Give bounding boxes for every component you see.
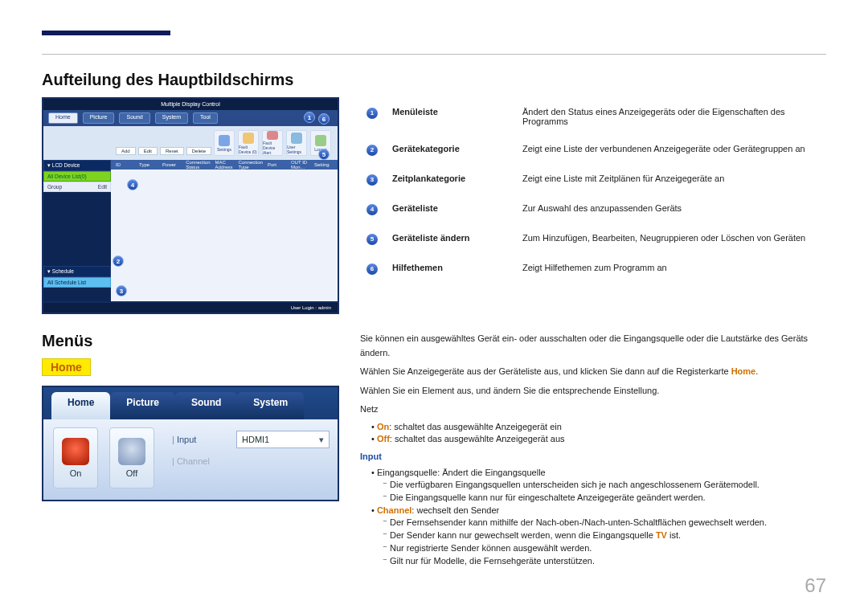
mock2-tab-system: System [237, 392, 304, 419]
power-on-icon [62, 438, 89, 465]
left-col-2: Menüs Home Home Picture Sound System On … [42, 332, 339, 569]
channel-row: | Channel [172, 456, 330, 466]
legend-label: Menüleiste [387, 99, 516, 134]
side-schedlist: All Schedule List [43, 277, 111, 288]
mock1-tab-tool: Tool [193, 112, 218, 124]
mock2-tab-sound: Sound [175, 392, 237, 419]
list-item: Die Eingangsquelle kann nur für eingesch… [383, 492, 826, 503]
legend-label: Geräteliste ändern [387, 225, 516, 253]
callout-1: 1 [304, 112, 315, 123]
toolbtn-settings: Settings [214, 130, 235, 156]
screenshot-home: Home Picture Sound System On Off | Input… [42, 386, 339, 501]
legend-row: 1MenüleisteÄndert den Status eines Anzei… [362, 99, 825, 134]
list-item: On: schaltet das ausgewählte Anzeigegerä… [371, 422, 826, 431]
legend-desc: Zeigt eine Liste der verbundenen Anzeige… [518, 136, 825, 164]
callout-6: 6 [318, 113, 330, 125]
para: Wählen Sie Anzeigegeräte aus der Gerätel… [360, 365, 826, 379]
list-item: Die verfügbaren Eingangsquellen untersch… [383, 480, 826, 490]
channel-sublist: Der Fernsehsender kann mithilfe der Nach… [360, 517, 826, 566]
mock2-tab-home: Home [51, 392, 110, 419]
callout-5: 5 [318, 149, 330, 160]
para: Sie können ein ausgewähltes Gerät ein- o… [360, 332, 826, 360]
legend-label: Geräteliste [387, 195, 516, 223]
callout-2: 2 [113, 255, 124, 267]
mcbtn-add: Add [116, 147, 136, 155]
mock1-tblhdr: ID Type Power Connection Status MAC Addr… [111, 160, 338, 170]
netz-label: Netz [360, 403, 826, 417]
legend-label: Hilfethemen [387, 255, 516, 283]
legend-row: 4GerätelisteZur Auswahl des anzupassende… [362, 195, 825, 223]
list-item: Gilt nur für Modelle, die Fernsehgeräte … [383, 556, 826, 566]
list-item: Der Fernsehsender kann mithilfe der Nach… [383, 517, 826, 528]
mock1-tab-sound: Sound [119, 112, 149, 124]
heading-menus: Menüs [42, 332, 339, 350]
header-rule [42, 31, 170, 35]
list-item: Nur registrierte Sender können ausgewähl… [383, 543, 826, 554]
list-item: Eingangsquelle: Ändert die Eingangsquell… [371, 468, 826, 477]
channel-label: | Channel [172, 456, 228, 466]
row-2: Menüs Home Home Picture Sound System On … [42, 332, 826, 569]
legend-desc: Zeigt eine Liste mit Zeitplänen für Anze… [518, 166, 825, 194]
heading-main: Aufteilung des Hauptbildschirms [42, 71, 826, 89]
legend-label: Zeitplankategorie [387, 166, 516, 194]
power-on-button: On [53, 427, 98, 488]
input-label: | Input [172, 435, 228, 444]
toolbtn-fault: Fault Device (0) [238, 130, 259, 156]
side-lcd: ▾ LCD Device [43, 160, 111, 171]
mock2-tabs: Home Picture Sound System [43, 387, 338, 419]
mock2-power: On Off [43, 419, 164, 500]
toolbtn-fault-alert: Fault Device Alert [262, 130, 283, 156]
home-tag: Home [42, 358, 91, 376]
legend-desc: Zum Hinzufügen, Bearbeiten, Neugruppiere… [518, 225, 825, 253]
mock1-side: ▾ LCD Device All Device List(0) GroupEdi… [43, 160, 111, 301]
side-sched: ▾ Schedule [43, 266, 111, 277]
para: Wählen Sie ein Element aus, und ändern S… [360, 384, 826, 398]
mock2-body: On Off | Input HDMI1▾ | Channel [43, 419, 338, 500]
legend-desc: Zeigt Hilfethemen zum Programm an [518, 255, 825, 283]
side-group: GroupEdit [43, 182, 111, 192]
channel-list: Channel: wechselt den Sender [360, 505, 826, 515]
legend-desc: Zur Auswahl des anzupassenden Geräts [518, 195, 825, 223]
mock2-fields: | Input HDMI1▾ | Channel [164, 419, 338, 500]
netz-list: On: schaltet das ausgewählte Anzeigegerä… [360, 422, 826, 443]
callout-4: 4 [127, 179, 138, 190]
screenshot-main: Multiple Display Control Home Picture So… [42, 97, 339, 314]
page-number: 67 [805, 574, 826, 597]
list-item: Channel: wechselt den Sender [371, 505, 826, 515]
row-1: Multiple Display Control Home Picture So… [42, 97, 826, 314]
left-col-1: Multiple Display Control Home Picture So… [42, 97, 339, 314]
list-item: Der Sender kann nur gewechselt werden, w… [383, 530, 826, 541]
mock1-body: ▾ LCD Device All Device List(0) GroupEdi… [43, 160, 338, 301]
mcbtn-reset: Reset [160, 147, 184, 155]
header-hairline [42, 54, 826, 55]
mock1-tab-picture: Picture [83, 112, 115, 124]
power-off-icon [118, 438, 145, 465]
list-item: Off: schaltet das ausgewählte Anzeigeger… [371, 434, 826, 443]
mock1-footer: User Login : admin [43, 303, 338, 313]
callout-3: 3 [116, 285, 127, 296]
legend-row: 6HilfethemenZeigt Hilfethemen zum Progra… [362, 255, 825, 283]
chevron-down-icon: ▾ [319, 435, 324, 445]
input-select: HDMI1▾ [236, 431, 330, 448]
legend-desc: Ändert den Status eines Anzeigegeräts od… [518, 99, 825, 134]
input-sublist: Die verfügbaren Eingangsquellen untersch… [360, 480, 826, 503]
side-alldev: All Device List(0) [43, 171, 111, 182]
mock1-title: Multiple Display Control [43, 99, 338, 110]
mock1-tabs: Home Picture Sound System Tool [43, 110, 338, 126]
legend-table: 1MenüleisteÄndert den Status eines Anzei… [360, 97, 826, 284]
mcbtn-edit: Edit [138, 147, 158, 155]
mock1-main: ID Type Power Connection Status MAC Addr… [111, 160, 338, 301]
input-header: Input [360, 450, 826, 464]
mock1-tab-home: Home [48, 112, 78, 124]
input-list: Eingangsquelle: Ändert die Eingangsquell… [360, 468, 826, 477]
right-col-1: 1MenüleisteÄndert den Status eines Anzei… [360, 97, 826, 314]
mcbtn-delete: Delete [186, 147, 211, 155]
legend-row: 3ZeitplankategorieZeigt eine Liste mit Z… [362, 166, 825, 194]
legend-row: 2GerätekategorieZeigt eine Liste der ver… [362, 136, 825, 164]
mock2-tab-picture: Picture [110, 392, 175, 419]
toolbtn-user: User Settings [286, 130, 307, 156]
right-col-2: Sie können ein ausgewähltes Gerät ein- o… [360, 332, 826, 569]
legend-label: Gerätekategorie [387, 136, 516, 164]
mock1-mainctrl: Add Edit Reset Delete [116, 147, 211, 155]
power-off-button: Off [109, 427, 154, 488]
